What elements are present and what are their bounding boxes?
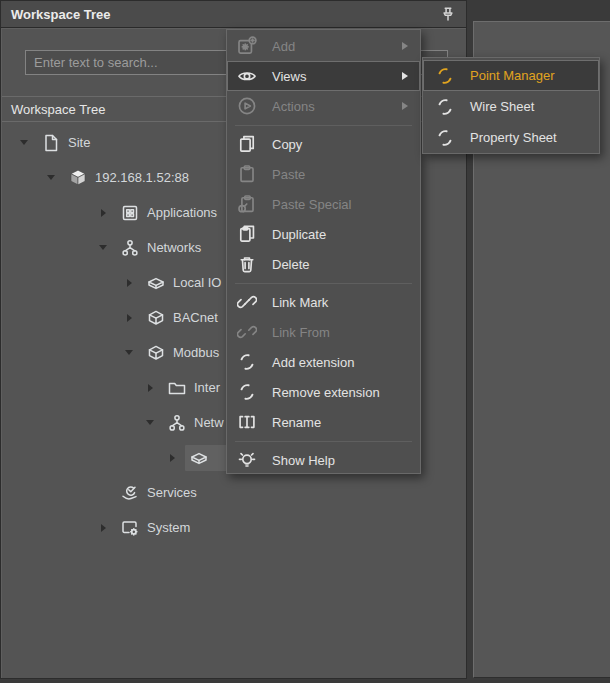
- duplicate-icon: [237, 224, 257, 244]
- submenu-item-property-sheet[interactable]: Property Sheet: [423, 122, 599, 153]
- menu-item-label: Copy: [272, 137, 412, 152]
- sync-icon: [237, 382, 257, 402]
- submenu-item-point-manager[interactable]: Point Manager: [423, 60, 599, 91]
- tree-item-content: Site: [37, 130, 94, 156]
- menu-item-link-mark[interactable]: Link Mark: [227, 287, 420, 317]
- expander-collapsed-icon[interactable]: [96, 206, 110, 220]
- expander-expanded-icon[interactable]: [17, 136, 31, 150]
- expander-collapsed-icon[interactable]: [122, 276, 136, 290]
- help-icon: [237, 450, 257, 470]
- tree-item-content: Netw: [163, 410, 228, 436]
- menu-item-add-extension[interactable]: Add extension: [227, 347, 420, 377]
- expander-collapsed-icon[interactable]: [122, 311, 136, 325]
- tree-item-label: 192.168.1.52:88: [95, 170, 189, 185]
- tree-item-content: 192.168.1.52:88: [64, 165, 193, 191]
- expander-collapsed-icon[interactable]: [165, 451, 179, 465]
- menu-item-label: Actions: [272, 99, 402, 114]
- menu-item-duplicate[interactable]: Duplicate: [227, 219, 420, 249]
- expander-expanded-icon[interactable]: [143, 416, 157, 430]
- tree-item-label: Applications: [147, 205, 217, 220]
- device-icon: [189, 448, 209, 468]
- menu-item-label: Rename: [272, 415, 412, 430]
- menu-item-add: Add: [227, 31, 420, 61]
- driver-icon: [146, 343, 166, 363]
- submenu-arrow-icon: [402, 42, 408, 50]
- menu-item-label: Duplicate: [272, 227, 412, 242]
- tree-item-content: Inter: [163, 375, 224, 401]
- expander-collapsed-icon[interactable]: [143, 381, 157, 395]
- tree-item-label: Networks: [147, 240, 201, 255]
- submenu-arrow-icon: [402, 72, 408, 80]
- tree-item-content: BACnet: [142, 305, 222, 331]
- menu-item-views[interactable]: Views: [227, 61, 420, 91]
- system-icon: [120, 518, 140, 538]
- expander-expanded-icon[interactable]: [122, 346, 136, 360]
- context-menu: AddViewsActionsCopyPastePaste SpecialDup…: [226, 29, 421, 474]
- tree-item-label: BACnet: [173, 310, 218, 325]
- paste-special-icon: [237, 194, 257, 214]
- menu-item-actions: Actions: [227, 91, 420, 121]
- expander-collapsed-icon[interactable]: [96, 521, 110, 535]
- submenu-item-label: Property Sheet: [470, 130, 591, 145]
- tree-item-content: Services: [116, 480, 201, 506]
- tree-item-content: Networks: [116, 235, 205, 261]
- tree-item-label: Modbus: [173, 345, 219, 360]
- network-icon: [120, 238, 140, 258]
- apps-icon: [120, 203, 140, 223]
- menu-item-rename[interactable]: Rename: [227, 407, 420, 437]
- rename-icon: [237, 412, 257, 432]
- copy-icon: [237, 134, 257, 154]
- tree-item-label: Inter: [194, 380, 220, 395]
- menu-separator: [227, 437, 420, 445]
- panel-title: Workspace Tree: [11, 7, 110, 22]
- driver-icon: [146, 308, 166, 328]
- menu-item-label: Add extension: [272, 355, 412, 370]
- submenu-item-label: Point Manager: [470, 68, 591, 83]
- menu-item-label: Remove extension: [272, 385, 412, 400]
- tree-item-label: Site: [68, 135, 90, 150]
- tree-item-content: Local IO: [142, 270, 225, 296]
- services-icon: [120, 483, 140, 503]
- view-sync-icon: [435, 97, 455, 117]
- menu-item-paste-special: Paste Special: [227, 189, 420, 219]
- add-icon: [237, 36, 257, 56]
- menu-item-label: Link From: [272, 325, 412, 340]
- menu-item-label: Delete: [272, 257, 412, 272]
- tree-item-content: Modbus: [142, 340, 223, 366]
- menu-separator: [227, 279, 420, 287]
- expander-expanded-icon[interactable]: [44, 171, 58, 185]
- menu-item-label: Paste: [272, 167, 412, 182]
- submenu-arrow-icon: [402, 102, 408, 110]
- network-icon: [167, 413, 187, 433]
- menu-item-show-help[interactable]: Show Help: [227, 445, 420, 475]
- tree-item-label: System: [147, 520, 190, 535]
- host-icon: [68, 168, 88, 188]
- view-sync-icon: [435, 66, 455, 86]
- menu-item-delete[interactable]: Delete: [227, 249, 420, 279]
- tree-item-label: Local IO: [173, 275, 221, 290]
- play-circle-icon: [237, 96, 257, 116]
- eye-icon: [237, 66, 257, 86]
- tree-item-content: System: [116, 515, 194, 541]
- tree-item-system[interactable]: System: [2, 510, 466, 545]
- menu-item-remove-extension[interactable]: Remove extension: [227, 377, 420, 407]
- application-window: Workspace Tree Workspace Tree Site192.16…: [0, 0, 610, 683]
- pin-icon[interactable]: [440, 6, 456, 22]
- io-icon: [146, 273, 166, 293]
- link-broken-icon: [237, 322, 257, 342]
- tree-item-services[interactable]: Services: [2, 475, 466, 510]
- menu-item-label: Link Mark: [272, 295, 412, 310]
- view-sync-icon: [435, 128, 455, 148]
- sync-icon: [237, 352, 257, 372]
- menu-item-label: Show Help: [272, 453, 412, 468]
- menu-separator: [227, 121, 420, 129]
- menu-item-copy[interactable]: Copy: [227, 129, 420, 159]
- views-submenu: Point ManagerWire SheetProperty Sheet: [422, 57, 600, 154]
- tree-section-title: Workspace Tree: [11, 102, 105, 117]
- menu-item-label: Add: [272, 39, 402, 54]
- menu-item-link-from: Link From: [227, 317, 420, 347]
- expander-expanded-icon[interactable]: [96, 241, 110, 255]
- panel-titlebar: Workspace Tree: [0, 0, 467, 28]
- submenu-item-wire-sheet[interactable]: Wire Sheet: [423, 91, 599, 122]
- tree-item-label: Services: [147, 485, 197, 500]
